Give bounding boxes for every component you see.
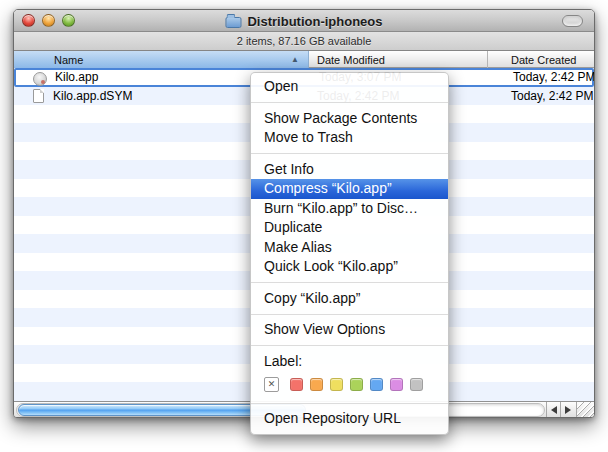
menu-item-burn[interactable]: Burn “Kilo.app” to Disc… <box>251 199 448 219</box>
menu-separator <box>251 153 448 154</box>
file-name: Kilo.app.dSYM <box>53 89 132 103</box>
menu-label-heading: Label: <box>251 352 448 372</box>
desktop: Distribution-iphoneos 2 items, 87.16 GB … <box>0 0 608 452</box>
menu-separator <box>251 314 448 315</box>
status-text: 2 items, 87.16 GB available <box>237 35 372 47</box>
date-created-value: Today, 2:42 PM <box>513 70 595 84</box>
label-swatch-blue[interactable] <box>370 378 383 391</box>
menu-item-copy[interactable]: Copy “Kilo.app” <box>251 289 448 309</box>
menu-item-open-repository-url[interactable]: Open Repository URL <box>251 409 448 429</box>
menu-item-duplicate[interactable]: Duplicate <box>251 218 448 238</box>
date-created-value: Today, 2:42 PM <box>511 89 594 103</box>
scroll-right-button[interactable] <box>560 402 574 418</box>
column-headers: Name ▲ Date Modified Date Created <box>14 51 594 68</box>
menu-item-get-info[interactable]: Get Info <box>251 160 448 180</box>
menu-separator <box>251 345 448 346</box>
scroll-left-button[interactable] <box>546 402 560 418</box>
close-button[interactable] <box>22 14 35 27</box>
label-swatch-none[interactable]: ✕ <box>264 377 279 392</box>
label-swatch-gray[interactable] <box>410 378 423 391</box>
menu-item-open[interactable]: Open <box>251 77 448 97</box>
column-header-date-created[interactable]: Date Created <box>489 51 595 68</box>
menu-separator <box>251 102 448 103</box>
zoom-button[interactable] <box>62 14 75 27</box>
resize-grip[interactable] <box>576 402 594 418</box>
menu-separator <box>251 403 448 404</box>
menu-item-quick-look[interactable]: Quick Look “Kilo.app” <box>251 257 448 277</box>
status-bar: 2 items, 87.16 GB available <box>14 32 594 51</box>
scroll-left-icon <box>551 406 557 414</box>
menu-item-show-package-contents[interactable]: Show Package Contents <box>251 109 448 129</box>
menu-item-move-to-trash[interactable]: Move to Trash <box>251 128 448 148</box>
window-controls <box>22 14 75 27</box>
column-header-date-created-label: Date Created <box>511 54 576 66</box>
label-swatch-yellow[interactable] <box>330 378 343 391</box>
column-header-date-modified[interactable]: Date Modified <box>310 51 488 68</box>
label-swatch-purple[interactable] <box>390 378 403 391</box>
menu-separator <box>251 282 448 283</box>
label-swatch-green[interactable] <box>350 378 363 391</box>
label-swatch-red[interactable] <box>290 378 303 391</box>
application-icon <box>33 72 47 86</box>
title-group: Distribution-iphoneos <box>225 10 382 32</box>
scroll-right-icon <box>565 406 571 414</box>
label-swatch-orange[interactable] <box>310 378 323 391</box>
titlebar[interactable]: Distribution-iphoneos <box>14 10 594 32</box>
column-header-name-label: Name <box>54 54 83 66</box>
column-header-name[interactable]: Name ▲ <box>14 51 309 68</box>
minimize-button[interactable] <box>42 14 55 27</box>
menu-item-make-alias[interactable]: Make Alias <box>251 238 448 258</box>
label-swatch-row: ✕ <box>251 371 448 397</box>
document-icon <box>33 89 44 103</box>
file-name: Kilo.app <box>55 70 98 84</box>
menu-item-show-view-options[interactable]: Show View Options <box>251 320 448 340</box>
toolbar-toggle-button[interactable] <box>562 15 583 27</box>
window-title: Distribution-iphoneos <box>247 14 382 29</box>
folder-icon <box>225 17 241 28</box>
context-menu: Open Show Package Contents Move to Trash… <box>250 72 449 435</box>
sort-ascending-icon: ▲ <box>291 55 299 64</box>
menu-item-compress[interactable]: Compress “Kilo.app” <box>251 179 448 199</box>
column-header-date-modified-label: Date Modified <box>317 54 385 66</box>
